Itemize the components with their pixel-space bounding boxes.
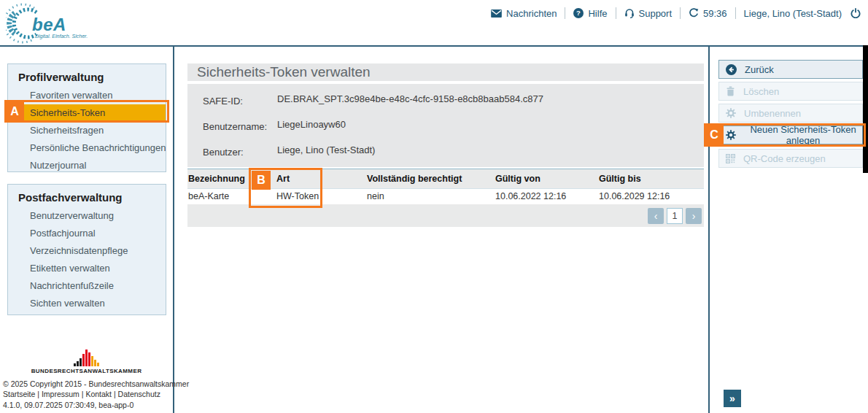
back-button[interactable]: Zurück: [718, 60, 863, 79]
page-title: Sicherheits-Token verwalten: [187, 63, 704, 81]
cell-gueltig-von: 10.06.2022 12:16: [495, 188, 598, 204]
bea-logo-name: beA: [32, 15, 66, 34]
refresh-icon: [689, 8, 699, 18]
mailbox-panel-title: Postfachverwaltung: [18, 190, 166, 205]
column-header-gueltig-bis: Gültig bis: [598, 169, 704, 188]
trash-icon: [726, 86, 735, 96]
expand-panel-button[interactable]: »: [724, 390, 741, 407]
qr-code-icon: [726, 154, 735, 163]
cell-gueltig-bis: 10.06.2029 12:16: [598, 188, 704, 204]
nav-messages[interactable]: Nachrichten: [491, 8, 557, 19]
info-row-benutzername: Benutzername: LiegeLinoayw60: [203, 119, 704, 135]
info-row-benutzer: Benutzer: Liege, Lino (Test-Stadt): [203, 144, 704, 161]
sidebar-item-nachrichtenfusszeile[interactable]: Nachrichtenfußzeile: [8, 277, 166, 295]
safe-id-label: SAFE-ID:: [203, 93, 277, 109]
svg-text:?: ?: [577, 9, 581, 17]
cell-vollstaendig-berechtigt: nein: [366, 188, 495, 204]
pagination-prev-button[interactable]: ‹: [648, 208, 664, 224]
column-header-vollstaendig-berechtigt: Vollständig berechtigt: [366, 169, 495, 188]
qr-code-button-label: QR-Code erzeugen: [743, 153, 826, 164]
nav-support[interactable]: Support: [624, 8, 673, 19]
gear-icon: [726, 130, 736, 140]
content-area: Profilverwaltung Favoriten verwalten Sic…: [0, 47, 868, 413]
benutzer-label: Benutzer:: [203, 144, 277, 161]
create-token-button[interactable]: Neuen Sicherheits-Token anlegen: [718, 126, 863, 144]
nav-user: Liege, Lino (Test-Stadt): [744, 8, 861, 19]
create-token-button-label: Neuen Sicherheits-Token anlegen: [744, 124, 862, 146]
footer-version: 4.1.0, 09.07.2025 07:30:49, bea-app-0: [3, 400, 173, 411]
nav-session-timer[interactable]: 59:36: [689, 8, 727, 19]
nav-help-label: Hilfe: [588, 8, 607, 19]
pagination-next-button[interactable]: ›: [686, 208, 702, 224]
bea-logo-text: beA Digital. Einfach. Sicher.: [32, 15, 88, 39]
table-header-row: Bezeichnung Art Vollständig berechtigt G…: [187, 169, 704, 188]
brak-logo-icon: [0, 349, 173, 366]
help-icon: ?: [573, 8, 584, 18]
nav-separator: [735, 7, 736, 19]
cell-bezeichnung: beA-Karte: [187, 188, 276, 204]
table-pagination: ‹ 1 ›: [187, 204, 704, 227]
headset-icon: [624, 8, 635, 18]
cell-art: HW-Token: [276, 188, 366, 204]
top-nav: Nachrichten ? Hilfe Su: [491, 6, 861, 20]
mailbox-management-panel: Postfachverwaltung Benutzerverwaltung Po…: [7, 184, 166, 315]
back-button-label: Zurück: [745, 64, 774, 75]
nav-support-label: Support: [639, 8, 673, 19]
info-row-safe-id: SAFE-ID: DE.BRAK_SPT.3c98e4be-e48c-4cfc-…: [203, 93, 704, 109]
nav-messages-label: Nachrichten: [506, 8, 557, 19]
profile-panel-title: Profilverwaltung: [18, 70, 166, 85]
profile-management-panel: Profilverwaltung Favoriten verwalten Sic…: [7, 63, 166, 172]
qr-code-button: QR-Code erzeugen: [718, 149, 863, 168]
benutzer-value: Liege, Lino (Test-Stadt): [277, 144, 375, 161]
benutzername-label: Benutzername:: [203, 119, 277, 135]
table-row[interactable]: beA-Karte HW-Token nein 10.06.2022 12:16…: [187, 188, 704, 204]
sidebar-item-nutzerjournal[interactable]: Nutzerjournal: [8, 157, 166, 174]
rename-button-label: Umbenennen: [744, 108, 801, 119]
column-header-gueltig-von: Gültig von: [495, 169, 598, 188]
back-icon: [726, 64, 737, 75]
bea-logo-tagline: Digital. Einfach. Sicher.: [35, 34, 88, 39]
benutzername-value: LiegeLinoayw60: [277, 119, 346, 135]
pagination-current-page[interactable]: 1: [667, 208, 683, 224]
rename-button: Umbenennen: [718, 104, 863, 123]
sidebar-item-persoenliche-benachrichtigungen[interactable]: Persönliche Benachrichtigungen: [8, 139, 166, 157]
nav-help[interactable]: ? Hilfe: [573, 8, 607, 19]
main-content: Sicherheits-Token verwalten SAFE-ID: DE.…: [174, 47, 709, 413]
sidebar-item-sicherheitsfragen[interactable]: Sicherheitsfragen: [8, 122, 166, 139]
sidebar-item-sicherheits-token[interactable]: Sicherheits-Token: [8, 104, 166, 122]
page-footer: BUNDESRECHTSANWALTSKAMMER © 2025 Copyrig…: [0, 349, 173, 411]
nav-separator: [565, 7, 565, 19]
power-icon[interactable]: [850, 8, 861, 18]
nav-session-timer-value: 59:36: [703, 8, 727, 19]
gear-icon: [726, 108, 736, 118]
sidebar-item-etiketten-verwalten[interactable]: Etiketten verwalten: [8, 260, 166, 277]
safe-id-value: DE.BRAK_SPT.3c98e4be-e48c-4cfc-9158-e8cb…: [277, 93, 543, 109]
nav-user-name: Liege, Lino (Test-Stadt): [744, 8, 842, 19]
sidebar-item-favoriten-verwalten[interactable]: Favoriten verwalten: [8, 87, 166, 104]
bea-app: beA Digital. Einfach. Sicher. Nachrichte…: [0, 0, 868, 413]
sidebar-item-postfachjournal[interactable]: Postfachjournal: [8, 225, 166, 242]
column-header-art: Art: [276, 169, 366, 188]
mail-icon: [491, 9, 502, 18]
token-info-box: SAFE-ID: DE.BRAK_SPT.3c98e4be-e48c-4cfc-…: [187, 84, 704, 167]
bea-logo[interactable]: beA Digital. Einfach. Sicher.: [6, 3, 93, 44]
top-header: beA Digital. Einfach. Sicher. Nachrichte…: [0, 0, 868, 45]
sidebar-item-benutzerverwaltung[interactable]: Benutzerverwaltung: [8, 207, 166, 225]
sidebar-item-sichten-verwalten[interactable]: Sichten verwalten: [8, 295, 166, 312]
delete-button-label: Löschen: [743, 86, 779, 97]
nav-separator: [616, 7, 616, 19]
nav-separator: [680, 7, 681, 19]
token-table: Bezeichnung Art Vollständig berechtigt G…: [187, 169, 704, 227]
left-sidebar: Profilverwaltung Favoriten verwalten Sic…: [0, 47, 173, 413]
action-sidebar: Zurück Löschen: [710, 47, 868, 413]
footer-links[interactable]: Startseite | Impressum | Kontakt | Daten…: [3, 389, 173, 400]
column-header-bezeichnung: Bezeichnung: [187, 169, 276, 188]
delete-button: Löschen: [718, 82, 863, 101]
brak-organization-name: BUNDESRECHTSANWALTSKAMMER: [0, 368, 173, 374]
footer-copyright: © 2025 Copyright 2015 - Bundesrechtsanwa…: [3, 379, 173, 390]
sidebar-item-verzeichnisdatenpflege[interactable]: Verzeichnisdatenpflege: [8, 242, 166, 260]
